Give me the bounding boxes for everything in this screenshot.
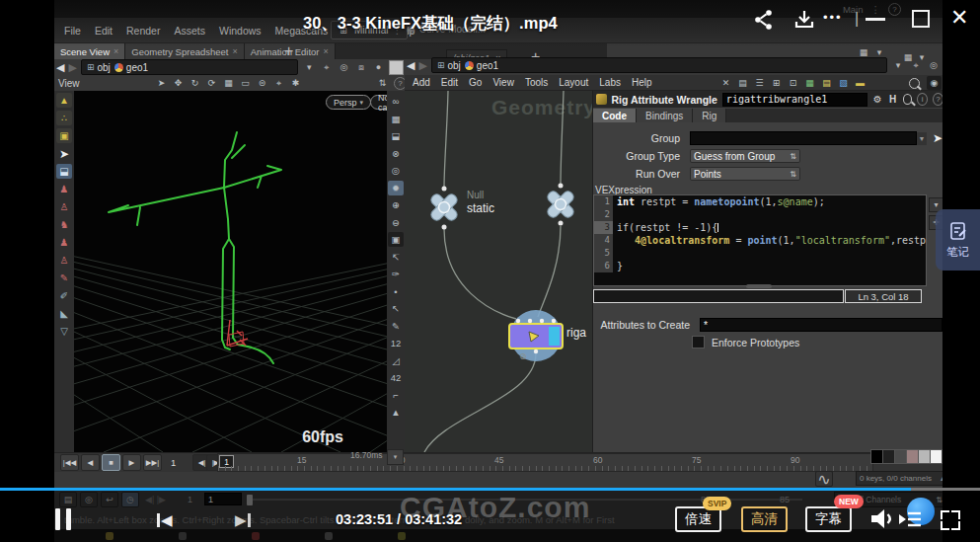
parameter-tab[interactable]: Rig: [693, 109, 726, 122]
menu-item[interactable]: Go: [469, 77, 482, 88]
quality-button[interactable]: 高清: [741, 506, 788, 532]
transport-button[interactable]: |◀◀: [60, 454, 79, 471]
menu-item[interactable]: Tools: [525, 77, 548, 88]
rig-pose-icon[interactable]: ♟: [56, 182, 72, 196]
menu-item[interactable]: Help: [632, 77, 652, 88]
display-options-icon[interactable]: ⇅: [375, 76, 390, 90]
eye-icon[interactable]: ◉: [927, 76, 942, 90]
forward-arrow-icon[interactable]: ▶: [68, 61, 76, 74]
display-box-icon[interactable]: ▣: [56, 128, 72, 143]
editor-status-field[interactable]: [593, 289, 844, 303]
menu-item[interactable]: Labs: [599, 77, 621, 88]
playlist-button[interactable]: [897, 507, 923, 535]
orbit-icon[interactable]: ◎: [388, 163, 404, 178]
label-42-icon[interactable]: 42: [388, 370, 404, 385]
select-mode-icon[interactable]: ▦: [221, 76, 236, 90]
cone-icon[interactable]: ▲: [388, 405, 404, 420]
terrain-icon[interactable]: ◣: [56, 306, 72, 321]
forward-arrow-icon[interactable]: ▶: [418, 59, 426, 72]
menu-item[interactable]: Add: [413, 77, 430, 88]
select-tool-icon[interactable]: ➤: [56, 146, 72, 161]
rotate-view-icon[interactable]: ↻: [188, 76, 202, 90]
grid-active-icon[interactable]: ⊞: [769, 76, 784, 90]
path-node-chip[interactable]: geo1: [465, 60, 498, 71]
menu-item[interactable]: Windows: [219, 25, 262, 37]
wedge-icon[interactable]: ▬: [853, 76, 867, 90]
tools-wrench-icon[interactable]: ✕: [718, 76, 733, 90]
info-icon[interactable]: i: [917, 93, 928, 106]
editor-resize-handle[interactable]: [746, 284, 772, 288]
box-select-icon[interactable]: ▭: [238, 76, 253, 90]
attribs-input[interactable]: *: [700, 318, 942, 332]
sculpt-icon[interactable]: ✐: [56, 288, 72, 303]
rig-pose-icon[interactable]: ♟: [56, 235, 72, 250]
lock-camera-icon[interactable]: ⬓: [388, 128, 404, 143]
lock-icon[interactable]: ⬓: [56, 164, 72, 179]
enforce-checkbox[interactable]: [692, 336, 705, 348]
node-name-label[interactable]: riga: [566, 326, 586, 340]
grid-icon[interactable]: ⊡: [786, 76, 800, 90]
parameter-tab[interactable]: Code: [593, 109, 637, 122]
construction-plane-icon[interactable]: ⌖: [271, 76, 286, 90]
path-root-chip[interactable]: ⊞obj: [87, 62, 111, 73]
sphere-icon[interactable]: ●: [372, 61, 386, 74]
transport-button[interactable]: ▶: [122, 454, 141, 471]
radial-menu-icon[interactable]: ◎: [927, 59, 941, 72]
hook-icon[interactable]: ↸: [388, 250, 404, 265]
arrow-icon[interactable]: ↖: [388, 301, 404, 316]
angle-icon[interactable]: ◿: [388, 353, 404, 368]
pen-icon[interactable]: ✎: [388, 319, 404, 334]
pause-button[interactable]: [55, 508, 71, 530]
persp-view-button[interactable]: Persp: [326, 95, 371, 110]
node-name-label[interactable]: static: [467, 201, 494, 215]
group-input[interactable]: [690, 131, 917, 145]
download-button[interactable]: [792, 8, 816, 32]
new-pane-tab-button[interactable]: +: [279, 43, 298, 59]
close-tab-icon[interactable]: ×: [113, 46, 118, 56]
list-icon[interactable]: ▤: [735, 76, 750, 90]
pan-view-icon[interactable]: ⟳: [204, 76, 219, 90]
paint-icon[interactable]: ✎: [56, 271, 72, 285]
chevron-down-icon[interactable]: ▾: [387, 449, 404, 465]
snapshot-icon[interactable]: ▦: [388, 112, 404, 126]
funnel-icon[interactable]: ▽: [56, 324, 72, 339]
menu-item[interactable]: File: [64, 25, 81, 37]
bypass-flag-icon[interactable]: ⊘: [519, 351, 527, 361]
scene-viewport[interactable]: Persp No cam 60fps: [74, 91, 405, 452]
add-point-icon[interactable]: ⊕: [388, 197, 404, 212]
parameter-tab[interactable]: Bindings: [637, 109, 693, 122]
rig-joint-icon[interactable]: ♙: [56, 253, 72, 268]
lighting-icon[interactable]: ✹: [388, 181, 404, 195]
frame-ruler[interactable]: 1 153045607590: [217, 453, 873, 472]
remove-point-icon[interactable]: ⊖: [388, 215, 404, 230]
menu-item[interactable]: Edit: [441, 77, 458, 88]
path-field[interactable]: ⊞obj geo1: [81, 59, 299, 75]
vex-code[interactable]: 1int restpt = nametopoint(1,s@name);23if…: [593, 194, 927, 286]
keys-info-dropdown[interactable]: 0 keys, 0/0 channels ▴: [856, 471, 942, 486]
pin-icon[interactable]: ⌖: [909, 59, 923, 72]
more-options-button[interactable]: •••: [823, 10, 843, 25]
close-tab-icon[interactable]: ×: [233, 46, 238, 56]
chevron-down-icon[interactable]: ▾: [302, 61, 316, 74]
sticky-note-icon[interactable]: ▤: [819, 76, 834, 90]
path-root-chip[interactable]: ⊞obj: [437, 60, 461, 71]
menu-item[interactable]: Layout: [559, 77, 588, 88]
pin-icon[interactable]: ⌖: [320, 61, 334, 74]
transport-button[interactable]: ◀: [81, 454, 100, 471]
snap-icon[interactable]: ⊜: [255, 76, 269, 90]
rows-icon[interactable]: ☰: [752, 76, 767, 90]
volume-button[interactable]: [868, 506, 896, 536]
prev-episode-button[interactable]: ◀: [156, 511, 173, 529]
chevron-down-icon[interactable]: ▼: [917, 132, 927, 145]
maximize-button[interactable]: [912, 10, 930, 28]
back-arrow-icon[interactable]: ◀: [56, 61, 64, 74]
display-points-icon[interactable]: ∴: [56, 111, 72, 125]
search-icon[interactable]: [909, 78, 920, 89]
radial-menu-icon[interactable]: ◎: [338, 61, 351, 74]
spectacles-icon[interactable]: ∞: [388, 94, 404, 109]
back-arrow-icon[interactable]: ◀: [407, 59, 415, 72]
node-name-field[interactable]: rigattribwrangle1: [722, 93, 867, 107]
brush-icon[interactable]: ✑: [388, 267, 404, 281]
notes-button[interactable]: 笔记: [936, 209, 980, 271]
rig-joint-icon[interactable]: ♙: [56, 199, 72, 214]
